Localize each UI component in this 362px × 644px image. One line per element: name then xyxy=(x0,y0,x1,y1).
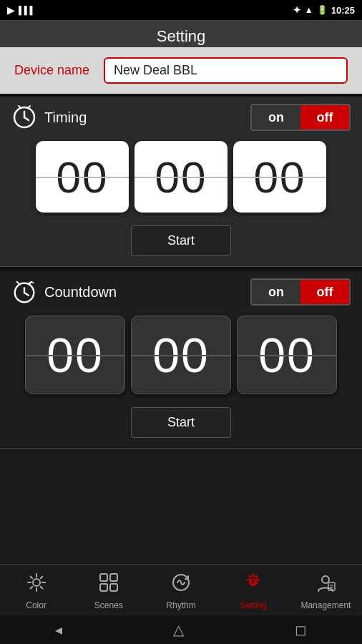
page-title: Setting xyxy=(0,20,362,47)
svg-line-7 xyxy=(24,293,29,296)
countdown-minutes-value: 00 xyxy=(152,327,210,383)
timing-start-container: Start xyxy=(0,218,362,266)
android-nav-bar: ◂ △ ◻ xyxy=(0,615,362,644)
device-name-section: Device name xyxy=(0,47,362,94)
svg-line-18 xyxy=(30,587,32,589)
scenes-icon xyxy=(99,572,119,597)
svg-rect-21 xyxy=(100,584,107,591)
tab-color-label: Color xyxy=(26,600,47,610)
tab-management[interactable]: Management xyxy=(290,570,362,610)
timing-section: Timing on off 00 00 00 Start xyxy=(0,97,362,267)
battery-icon: 🔋 xyxy=(317,5,328,15)
home-button[interactable]: △ xyxy=(173,621,184,638)
tab-bar: Color Scenes Rhythm xyxy=(0,564,362,615)
timing-minutes-value: 00 xyxy=(155,152,207,203)
timing-header: Timing on off xyxy=(0,97,362,135)
timing-toggle[interactable]: on off xyxy=(250,104,351,131)
countdown-digit-hours[interactable]: 00 xyxy=(25,316,125,394)
tab-scenes[interactable]: Scenes xyxy=(72,570,145,610)
tab-setting[interactable]: Setting xyxy=(217,570,290,610)
svg-line-17 xyxy=(40,577,42,579)
timing-start-button[interactable]: Start xyxy=(131,225,231,256)
recent-button[interactable]: ◻ xyxy=(295,621,307,638)
svg-rect-20 xyxy=(110,574,117,581)
back-button[interactable]: ◂ xyxy=(55,621,62,638)
countdown-clock-display: 00 00 00 xyxy=(0,310,362,400)
timing-hours-value: 00 xyxy=(57,152,109,203)
status-bar: ▶ ▌▌▌ ✦ ▲ 🔋 10:25 xyxy=(0,0,362,20)
countdown-start-button[interactable]: Start xyxy=(131,407,231,438)
color-icon xyxy=(26,572,47,597)
countdown-clock-icon xyxy=(11,279,37,305)
timing-clock-icon xyxy=(11,104,37,130)
countdown-start-container: Start xyxy=(0,400,362,448)
svg-line-2 xyxy=(24,117,29,120)
status-right: ✦ ▲ 🔋 10:25 xyxy=(293,4,355,16)
device-name-input[interactable] xyxy=(104,57,348,84)
svg-point-25 xyxy=(322,576,329,583)
svg-rect-19 xyxy=(100,574,107,581)
tab-setting-label: Setting xyxy=(240,600,267,610)
timing-label: Timing xyxy=(44,109,243,126)
title-text: Setting xyxy=(157,27,206,45)
signal-icon: ▲ xyxy=(305,5,313,15)
timing-seconds-value: 00 xyxy=(254,152,306,203)
svg-rect-22 xyxy=(110,584,117,591)
countdown-toggle-off[interactable]: off xyxy=(300,280,349,304)
tab-color[interactable]: Color xyxy=(0,570,72,610)
device-name-label: Device name xyxy=(14,63,89,78)
rhythm-icon xyxy=(171,572,191,597)
countdown-toggle-on[interactable]: on xyxy=(252,280,300,304)
countdown-section: Countdown on off 00 00 00 Start xyxy=(0,271,362,449)
countdown-digit-minutes[interactable]: 00 xyxy=(131,316,231,394)
countdown-seconds-value: 00 xyxy=(258,327,315,383)
svg-line-3 xyxy=(19,106,20,107)
bars-icon: ▌▌▌ xyxy=(19,6,35,14)
svg-line-15 xyxy=(30,577,32,579)
tab-management-label: Management xyxy=(300,600,351,610)
svg-point-10 xyxy=(33,579,40,586)
tab-rhythm-label: Rhythm xyxy=(166,600,195,610)
bluetooth-icon: ✦ xyxy=(293,4,301,16)
timing-clock-display: 00 00 00 xyxy=(0,135,362,218)
svg-line-4 xyxy=(29,106,30,107)
timing-toggle-off[interactable]: off xyxy=(300,105,349,130)
countdown-digit-seconds[interactable]: 00 xyxy=(237,316,337,394)
management-icon xyxy=(315,572,336,597)
status-left: ▶ ▌▌▌ xyxy=(7,5,35,16)
countdown-label: Countdown xyxy=(44,284,243,301)
timing-digit-minutes[interactable]: 00 xyxy=(134,141,228,213)
countdown-toggle[interactable]: on off xyxy=(250,278,351,306)
clock-time: 10:25 xyxy=(331,5,355,16)
timing-digit-seconds[interactable]: 00 xyxy=(233,141,326,213)
countdown-header: Countdown on off xyxy=(0,271,362,310)
tab-scenes-label: Scenes xyxy=(94,600,123,610)
timing-digit-hours[interactable]: 00 xyxy=(36,141,129,213)
countdown-hours-value: 00 xyxy=(47,327,104,383)
play-icon: ▶ xyxy=(7,5,14,16)
setting-icon xyxy=(243,572,263,597)
svg-line-16 xyxy=(40,587,42,589)
svg-line-8 xyxy=(17,282,19,284)
tab-rhythm[interactable]: Rhythm xyxy=(145,570,217,610)
timing-toggle-on[interactable]: on xyxy=(252,105,300,130)
